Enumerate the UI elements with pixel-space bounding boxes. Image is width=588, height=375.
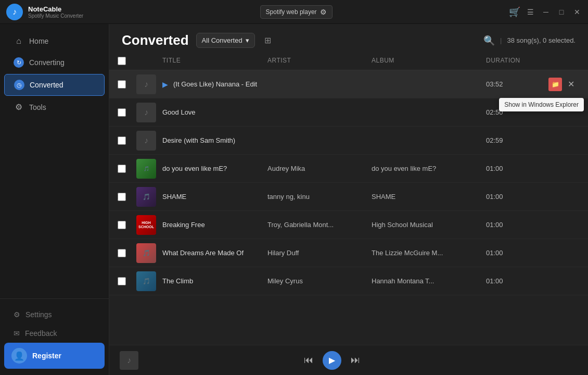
converting-icon: ↻ — [14, 57, 24, 68]
track-duration: 01:00 — [486, 277, 548, 285]
register-button[interactable]: 👤 Register — [4, 343, 105, 369]
show-in-explorer-button[interactable]: 📁 — [548, 78, 562, 91]
table-row[interactable]: 🎵do you even like mE?Audrey Mikado you e… — [109, 155, 588, 183]
sidebar-item-converted[interactable]: ◷ Converted — [4, 74, 105, 96]
play-pause-button[interactable]: ▶ — [323, 351, 341, 370]
main-layout: ⌂ Home ↻ Converting ◷ Converted ⚙ Tools … — [0, 24, 588, 375]
converted-icon: ◷ — [14, 80, 24, 90]
track-thumbnail: ♪ — [136, 103, 156, 122]
spotify-player-button[interactable]: Spotify web player ⚙ — [260, 5, 333, 19]
window-controls: ☰ ─ □ ✕ — [526, 7, 582, 17]
track-duration: 01:00 — [486, 165, 548, 172]
app-name: NoteCable — [28, 5, 83, 13]
feedback-label: Feedback — [25, 329, 57, 338]
album-col-header: ALBUM — [372, 57, 486, 67]
row-checkbox[interactable] — [118, 249, 126, 257]
sidebar-converted-label: Converted — [30, 81, 63, 89]
player-thumb: ♪ — [120, 351, 138, 370]
app-logo: ♪ — [6, 4, 23, 20]
titlebar-controls: 🛒 ☰ ─ □ ✕ — [509, 6, 582, 18]
table-row[interactable]: ♪Desire (with Sam Smith)02:59 — [109, 127, 588, 155]
track-duration: 01:00 — [486, 193, 548, 201]
table-row[interactable]: HIGHSCHOOLBreaking FreeTroy, Gabriella M… — [109, 211, 588, 239]
register-avatar: 👤 — [11, 348, 27, 364]
chevron-down-icon: ▾ — [246, 36, 249, 44]
table-row[interactable]: ♪▶(It Goes Like) Nanana - Edit03:52Show … — [109, 70, 588, 98]
row-checkbox[interactable] — [118, 221, 126, 229]
sidebar-item-home[interactable]: ⌂ Home — [4, 31, 105, 51]
track-title: do you even like mE? — [162, 165, 227, 172]
register-label: Register — [32, 352, 61, 360]
row-checkbox[interactable] — [118, 165, 126, 173]
row-checkbox[interactable] — [118, 136, 126, 145]
remove-track-button[interactable]: ✕ — [564, 78, 578, 91]
track-album: SHAME — [372, 193, 486, 201]
minimize-button[interactable]: ─ — [541, 7, 551, 17]
next-button[interactable]: ⏭ — [351, 355, 360, 366]
track-artist: Miley Cyrus — [267, 277, 372, 285]
sidebar-converting-label: Converting — [29, 58, 65, 67]
close-button[interactable]: ✕ — [572, 7, 582, 17]
filter-label: All Converted — [202, 36, 242, 44]
table-row[interactable]: 🎵The ClimbMiley CyrusHannah Montana T...… — [109, 267, 588, 295]
sidebar-item-feedback[interactable]: ✉ Feedback — [4, 324, 105, 343]
track-album: Hannah Montana T... — [372, 277, 486, 285]
track-album: do you even like mE? — [372, 165, 486, 172]
track-title: Desire (with Sam Smith) — [162, 136, 235, 144]
sidebar-item-converting[interactable]: ↻ Converting — [4, 52, 105, 73]
menu-button[interactable]: ☰ — [526, 7, 535, 17]
track-thumbnail: 🎵 — [136, 159, 156, 179]
track-duration: 01:00 — [486, 249, 548, 257]
track-artist: tanny ng, kinu — [267, 193, 372, 201]
table-row[interactable]: 🎵SHAMEtanny ng, kinuSHAME01:00 — [109, 183, 588, 211]
row-checkbox[interactable] — [118, 193, 126, 201]
track-artist: Troy, Gabriella Mont... — [267, 221, 372, 229]
track-title: The Climb — [162, 277, 193, 285]
page-title: Converted — [122, 32, 189, 48]
spotify-label: Spotify web player — [266, 8, 317, 16]
filter-dropdown[interactable]: All Converted ▾ — [196, 33, 255, 48]
sidebar-bottom: ⚙ Settings ✉ Feedback 👤 Register — [0, 298, 109, 375]
track-thumbnail: 🎵 — [136, 271, 156, 291]
sidebar-item-settings[interactable]: ⚙ Settings — [4, 305, 105, 324]
player-left: ♪ — [120, 351, 138, 370]
row-checkbox[interactable] — [118, 277, 126, 285]
select-all-checkbox[interactable] — [118, 57, 126, 65]
app-subtitle: Spotify Music Converter — [28, 13, 83, 19]
grid-view-button[interactable]: ⊞ — [262, 33, 273, 47]
sidebar-item-tools[interactable]: ⚙ Tools — [4, 97, 105, 117]
track-title: Good Love — [162, 108, 196, 116]
bottom-player: ♪ ⏮ ▶ ⏭ — [109, 345, 588, 375]
artist-col-header: ARTIST — [267, 57, 372, 67]
settings-icon: ⚙ — [14, 310, 20, 319]
previous-button[interactable]: ⏮ — [304, 355, 313, 366]
track-title: SHAME — [162, 193, 186, 201]
select-all-checkbox-col — [118, 57, 136, 67]
table-header: TITLE ARTIST ALBUM DURATION — [109, 54, 588, 70]
track-artist: Audrey Mika — [267, 165, 372, 172]
content-header-left: Converted All Converted ▾ ⊞ — [122, 32, 273, 48]
app-branding: ♪ NoteCable Spotify Music Converter — [6, 4, 83, 20]
search-button[interactable]: 🔍 — [483, 35, 495, 46]
row-checkbox[interactable] — [118, 108, 126, 117]
sidebar-nav: ⌂ Home ↻ Converting ◷ Converted ⚙ Tools — [0, 24, 109, 298]
track-artist: Hilary Duff — [267, 249, 372, 257]
duration-col-header: DURATION — [486, 57, 548, 67]
cart-icon[interactable]: 🛒 — [509, 6, 520, 18]
table-row[interactable]: 🎵What Dreams Are Made OfHilary DuffThe L… — [109, 239, 588, 267]
settings-label: Settings — [25, 310, 52, 319]
titlebar-center: Spotify web player ⚙ — [260, 5, 333, 19]
track-duration: 01:00 — [486, 221, 548, 229]
sidebar: ⌂ Home ↻ Converting ◷ Converted ⚙ Tools … — [0, 24, 109, 375]
maximize-button[interactable]: □ — [557, 7, 566, 17]
track-title: Breaking Free — [162, 221, 205, 229]
thumb-col — [136, 57, 162, 67]
row-checkbox[interactable] — [118, 80, 126, 89]
play-icon[interactable]: ▶ — [162, 80, 168, 89]
track-thumbnail: ♪ — [136, 131, 156, 151]
content-header-right: 🔍 | 38 song(s), 0 selected. — [483, 35, 576, 46]
content-header: Converted All Converted ▾ ⊞ 🔍 | 38 song(… — [109, 24, 588, 54]
table-body: ♪▶(It Goes Like) Nanana - Edit03:52Show … — [109, 70, 588, 345]
tools-icon: ⚙ — [14, 102, 24, 112]
player-controls: ⏮ ▶ ⏭ — [304, 351, 360, 370]
